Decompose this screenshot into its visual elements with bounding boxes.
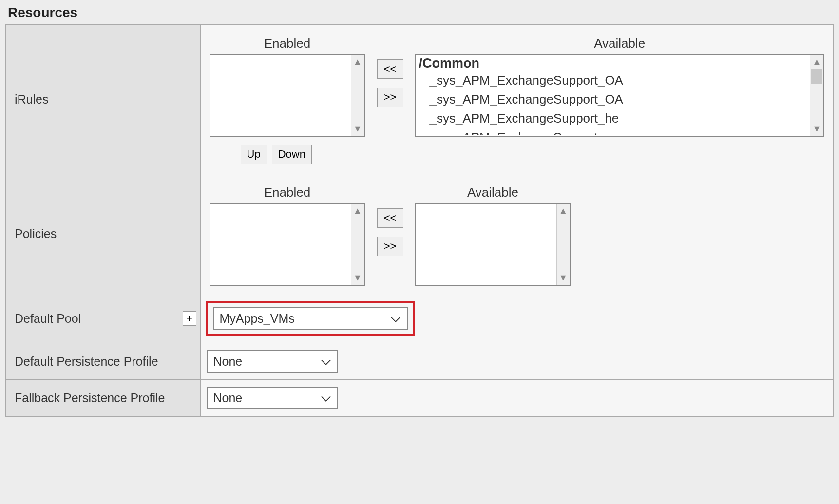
list-item[interactable]: _sys_APM_ExchangeSupport_OA: [419, 90, 809, 109]
default-pool-highlight: MyApps_VMs: [206, 301, 415, 336]
value-fallback-persistence: None: [200, 380, 834, 417]
policies-enabled-header: Enabled: [264, 185, 310, 200]
chevron-down-icon: [321, 391, 331, 405]
row-default-pool: Default Pool + MyApps_VMs: [5, 294, 834, 343]
irules-remove-button[interactable]: >>: [377, 88, 403, 107]
irules-add-button[interactable]: <<: [377, 59, 403, 79]
irules-move-buttons: << >>: [377, 36, 403, 107]
chevron-down-icon: [390, 312, 401, 326]
row-default-persistence: Default Persistence Profile None: [5, 343, 834, 380]
resources-table: iRules Enabled ▲ ▼ <<: [5, 24, 834, 417]
policies-remove-button[interactable]: >>: [377, 237, 403, 256]
value-irules: Enabled ▲ ▼ << >>: [200, 25, 834, 174]
value-default-pool: MyApps_VMs: [200, 294, 834, 343]
row-irules: iRules Enabled ▲ ▼ <<: [5, 25, 834, 174]
irules-enabled-header: Enabled: [264, 36, 310, 51]
irules-order-buttons: Up Down: [241, 145, 828, 164]
scroll-down-icon[interactable]: ▼: [353, 122, 362, 136]
section-title: Resources: [8, 5, 834, 20]
scrollbar[interactable]: ▲ ▼: [556, 204, 570, 285]
policies-available-header: Available: [467, 185, 518, 200]
irules-enabled-listbox[interactable]: ▲ ▼: [210, 54, 365, 137]
value-policies: Enabled ▲ ▼ << >>: [200, 174, 834, 294]
row-fallback-persistence: Fallback Persistence Profile None: [5, 380, 834, 417]
chevron-down-icon: [321, 355, 331, 369]
policies-enabled-listbox[interactable]: ▲ ▼: [210, 203, 365, 286]
row-policies: Policies Enabled ▲ ▼ <<: [5, 174, 834, 294]
label-default-persistence: Default Persistence Profile: [5, 343, 200, 380]
scroll-down-icon[interactable]: ▼: [559, 271, 568, 285]
list-item[interactable]: _sys_APM_ExchangeSupport_he: [419, 109, 809, 128]
scroll-up-icon[interactable]: ▲: [353, 55, 362, 69]
scroll-thumb[interactable]: [811, 69, 822, 84]
fallback-persistence-select-value: None: [213, 391, 309, 405]
scrollbar[interactable]: ▲ ▼: [351, 55, 364, 136]
label-irules: iRules: [5, 25, 200, 174]
irules-down-button[interactable]: Down: [272, 145, 312, 164]
irules-dual-list: Enabled ▲ ▼ << >>: [207, 32, 828, 138]
label-default-pool: Default Pool +: [5, 294, 200, 343]
default-persistence-select-value: None: [213, 355, 309, 369]
scroll-down-icon[interactable]: ▼: [353, 271, 362, 285]
policies-available-listbox[interactable]: ▲ ▼: [415, 203, 571, 286]
irules-available-group: /Common: [419, 56, 809, 71]
irules-up-button[interactable]: Up: [241, 145, 267, 164]
scroll-up-icon[interactable]: ▲: [353, 204, 362, 218]
scrollbar[interactable]: ▲ ▼: [810, 55, 823, 136]
scroll-up-icon[interactable]: ▲: [559, 204, 568, 218]
default-pool-select-value: MyApps_VMs: [220, 312, 379, 326]
policies-move-buttons: << >>: [377, 185, 403, 256]
value-default-persistence: None: [200, 343, 834, 380]
policies-dual-list: Enabled ▲ ▼ << >>: [207, 181, 828, 287]
default-persistence-select[interactable]: None: [207, 350, 338, 373]
label-fallback-persistence: Fallback Persistence Profile: [5, 380, 200, 417]
scroll-down-icon[interactable]: ▼: [813, 122, 821, 136]
label-policies: Policies: [5, 174, 200, 294]
irules-available-listbox[interactable]: /Common _sys_APM_ExchangeSupport_OA _sys…: [415, 54, 825, 137]
scrollbar[interactable]: ▲ ▼: [351, 204, 364, 285]
default-pool-select[interactable]: MyApps_VMs: [213, 307, 408, 330]
label-default-pool-text: Default Pool: [15, 312, 81, 325]
policies-add-button[interactable]: <<: [377, 208, 403, 228]
default-pool-add-button[interactable]: +: [183, 311, 196, 326]
irules-available-header: Available: [594, 36, 645, 51]
scroll-up-icon[interactable]: ▲: [813, 55, 821, 69]
list-item[interactable]: _sys_APM_ExchangeSupport_OA: [419, 71, 809, 90]
list-item[interactable]: _sys_APM_ExchangeSupport_ma: [419, 128, 809, 135]
fallback-persistence-select[interactable]: None: [207, 387, 338, 409]
